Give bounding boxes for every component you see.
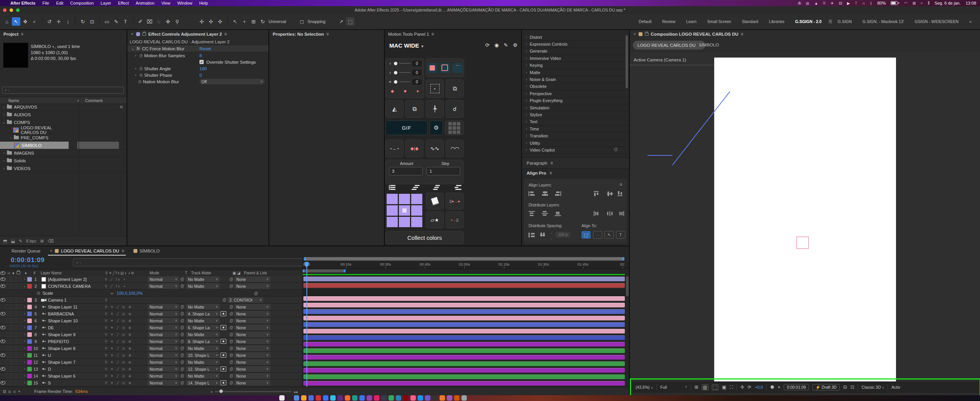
swap-position-button[interactable]: ▪→▯	[446, 211, 464, 228]
expander-icon[interactable]: ›	[526, 99, 527, 102]
reset-exposure-icon[interactable]: ⟳	[748, 384, 751, 390]
track-matte-dropdown[interactable]: 6. Shape La∨	[186, 325, 220, 330]
layer-row-7[interactable]: ›7★▪DE⚲ ✦ ╱ ◎ ⊕Normal∨@6. Shape La∨@None…	[0, 324, 302, 331]
stopwatch-icon[interactable]: ◷	[139, 73, 143, 77]
audio-cell[interactable]	[6, 380, 11, 385]
expander-icon[interactable]: ›	[526, 134, 527, 138]
new-folder-icon[interactable]: ⊞	[40, 239, 44, 244]
preserve-transparency-column[interactable]: T	[185, 271, 191, 275]
time-ruler[interactable]: 0:0000:15s00:30s00:45s01:00s01:15s01:30s…	[303, 262, 629, 269]
pickwhip-icon[interactable]: @	[179, 284, 185, 288]
window-grid-icon[interactable]: ⊞	[912, 1, 916, 5]
layer-duration-bar[interactable]	[303, 361, 625, 366]
expander-icon[interactable]: ›	[526, 35, 527, 39]
video-column-icon[interactable]	[0, 271, 5, 275]
slider-knob[interactable]	[394, 71, 397, 74]
parent-link-dropdown[interactable]: None∨	[234, 366, 270, 372]
snapshot-camera-icon[interactable]: ⚈	[770, 384, 774, 390]
eye-icon[interactable]	[0, 312, 5, 315]
layer-name[interactable]: CONTROLE CAMERA	[48, 284, 105, 289]
visibility-cell[interactable]	[0, 381, 6, 384]
timeline-zoom-slider[interactable]	[215, 391, 292, 392]
audio-cell[interactable]	[6, 360, 11, 365]
project-bpc-label[interactable]: 8 bpc	[26, 239, 36, 243]
matte-toggle-cell[interactable]	[220, 366, 228, 371]
trash-icon[interactable]: ⌫	[48, 239, 54, 244]
stagger-left-icon[interactable]	[390, 185, 399, 190]
workspace-tab-g-sgign-2-0[interactable]: G.SGIGN - 2.0	[790, 19, 827, 24]
snapping-checkbox[interactable]: ◻	[298, 17, 306, 26]
slider-knob[interactable]	[394, 62, 397, 65]
layer-row-15[interactable]: ›15★▪S⚲ ✦ ╱ ◎ ⊕Normal∨@14. Shape L∨@None…	[0, 380, 302, 386]
selection-tool[interactable]: ↖	[12, 17, 20, 26]
interpret-footage-icon[interactable]: ✎	[19, 239, 22, 244]
lock-cell[interactable]	[16, 284, 21, 289]
wiggle-wave-button[interactable]: ∿∿	[426, 140, 444, 157]
workspace-tab-libraries[interactable]: Libraries	[764, 19, 790, 24]
layer-color-chip[interactable]	[27, 367, 32, 371]
universal-rotate-icon[interactable]: ↻	[259, 17, 267, 26]
fill-square-button[interactable]	[427, 63, 437, 73]
effects-category-obsolete[interactable]: ›Obsolete	[522, 83, 629, 90]
menubar-clock[interactable]: 13:08	[965, 1, 976, 5]
pickwhip-icon[interactable]: @	[179, 325, 185, 330]
orbit-null-button[interactable]: ☌	[446, 100, 464, 118]
matte-on-icon[interactable]	[221, 380, 226, 385]
expander-icon[interactable]: ›	[526, 141, 527, 145]
layer-name[interactable]: Camera 1	[48, 298, 105, 302]
eye-icon[interactable]	[0, 367, 5, 371]
track-matte-dropdown[interactable]: 12. Shape L∨	[186, 366, 220, 372]
show-snapshot-icon[interactable]: ⌖	[778, 384, 781, 390]
align-to-comp-button[interactable]: ·	[593, 231, 602, 239]
effects-flowchart-icon[interactable]: ⌬	[614, 147, 618, 152]
layer-switches[interactable]: ⚲ ✦ ╱ ◎ ⊕	[105, 374, 148, 378]
expander-icon[interactable]: ›	[526, 42, 527, 46]
parent-link-dropdown[interactable]: None∨	[234, 332, 270, 337]
parent-pickwhip-icon[interactable]: @	[228, 346, 234, 350]
lock-cell[interactable]	[16, 325, 21, 330]
mask-visibility-icon[interactable]: ⬚	[712, 384, 718, 390]
blend-mode-dropdown[interactable]: Normal∨	[148, 338, 179, 344]
slider-value[interactable]: 0	[412, 61, 422, 66]
home-tool[interactable]: ⌂	[3, 17, 11, 26]
pickwhip-icon[interactable]: @	[254, 291, 258, 295]
layer-color-chip[interactable]	[27, 318, 32, 323]
slider-track[interactable]	[399, 81, 410, 82]
layer-name[interactable]: Shape Layer 6	[48, 374, 105, 378]
dock-app-icon[interactable]	[316, 395, 321, 401]
expander-icon[interactable]: ›	[2, 159, 6, 163]
matte-toggle-cell[interactable]	[220, 339, 228, 344]
zoom-in-mountain-icon[interactable]: ▴▴	[294, 389, 298, 394]
layer-name[interactable]: Shape Layer 8	[48, 346, 105, 351]
layer-row-12[interactable]: ›12★▪Shape Layer 7⚲ ✦ ╱ ◎ ⊕Normal∨@No Ma…	[0, 359, 302, 366]
layer-row-6[interactable]: ›6★▪Shape Layer 10⚲ ✦ ╱ ◎ ⊕Normal∨@No Ma…	[0, 317, 302, 324]
layer-color-chip[interactable]	[27, 360, 32, 365]
native-motion-blur-dropdown[interactable]: Off∨	[199, 79, 265, 84]
layer-name-column[interactable]: Layer Name	[38, 271, 105, 275]
brush-tool[interactable]: ✐	[136, 17, 145, 26]
layer-switches[interactable]: ⚲ ✦ ╱ ◎ ⊕	[105, 381, 148, 385]
eye-icon[interactable]	[0, 340, 5, 343]
lock-cell[interactable]	[16, 304, 21, 309]
expander-icon[interactable]: ›	[526, 49, 527, 53]
parent-pickwhip-icon[interactable]: @	[228, 312, 234, 316]
snapping-label[interactable]: Snapping	[308, 19, 326, 24]
solo-cell[interactable]	[11, 346, 16, 351]
audio-cell[interactable]	[6, 311, 11, 316]
snap-box-icon[interactable]: ⬚	[346, 17, 354, 26]
layer-duration-bar[interactable]	[303, 329, 625, 333]
layer-switches[interactable]: ⚲ ✦ ╱ ◎ ⊕	[105, 312, 148, 316]
layer-duration-bar[interactable]	[303, 381, 625, 386]
expander-icon[interactable]: ›	[22, 333, 27, 336]
lock-icon[interactable]	[645, 33, 649, 36]
blend-mode-dropdown[interactable]: Normal∨	[148, 366, 179, 372]
rectangle-tool[interactable]: ▭	[103, 17, 111, 26]
pickwhip-icon[interactable]: @	[179, 277, 185, 281]
workspace-tab-gsign-widescreen[interactable]: GSIGN - WIDESCREEN	[909, 19, 964, 24]
dock-app-icon[interactable]	[374, 395, 379, 401]
param-value[interactable]: 0	[199, 73, 202, 78]
blend-mode-dropdown[interactable]: Normal∨	[148, 345, 179, 351]
solo-cell[interactable]	[11, 332, 16, 337]
timeline-tab-logo-reveal-carlos-du[interactable]: ✕LOGO REVEAL CARLOS DU≡	[45, 246, 128, 256]
matte-toggle-cell[interactable]	[220, 325, 228, 330]
